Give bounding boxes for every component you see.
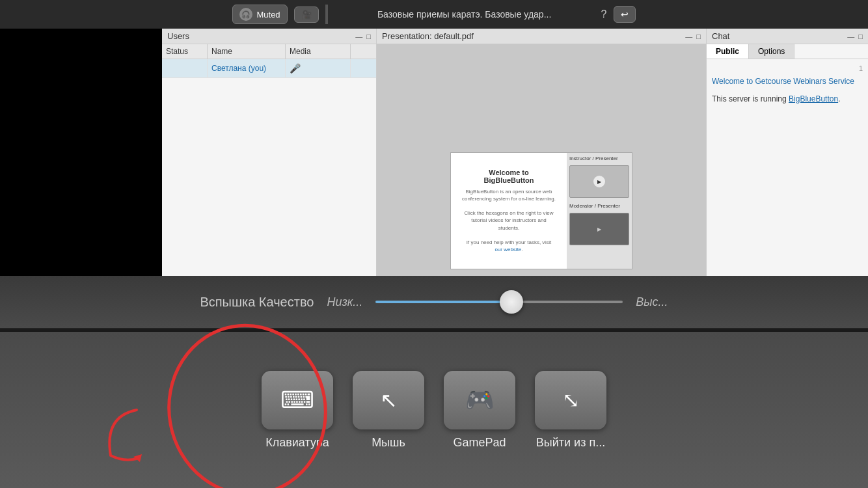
exit-button[interactable]: ↩ (614, 6, 636, 23)
chat-title: Chat (712, 31, 729, 41)
chat-tabs: Public Options (707, 44, 868, 59)
chat-panel: Chat — □ Public Options 1 Welcome to Get… (706, 29, 868, 276)
keyboard-icon: ⌨ (262, 371, 333, 429)
quality-low-label: Низк... (327, 295, 362, 309)
slide-thumbnails: Instructor / Presenter ▶ Moderator / Pre… (567, 153, 632, 269)
keyboard-button[interactable]: ⌨ Клавиатура (262, 371, 333, 450)
mouse-label: Мышь (372, 436, 405, 450)
headphone-icon: 🎧 (239, 8, 252, 21)
divider (325, 5, 328, 24)
welcome-message: Welcome to Getcourse Webinars Service (712, 76, 863, 87)
thumb-label-2: Moderator / Presenter (569, 203, 629, 209)
slide-body: BigBlueButton is an open source webconfe… (462, 188, 556, 254)
gamepad-label: GamePad (453, 436, 506, 450)
left-black-area (0, 0, 162, 276)
media-col-header: Media (286, 44, 351, 59)
play-icon: ▶ (593, 176, 605, 187)
message-count: 1 (712, 64, 863, 72)
microphone-icon: 🎤 (290, 63, 301, 74)
users-panel-controls: — □ (355, 33, 371, 40)
quality-label: Вспышка Качество (200, 295, 314, 310)
quality-slider-thumb[interactable] (500, 290, 523, 314)
tab-options[interactable]: Options (749, 44, 794, 59)
users-panel-title: Users (167, 31, 189, 41)
presentation-content: Welcome toBigBlueButton BigBlueButton is… (377, 44, 706, 276)
thumb-text: ▶ (597, 226, 601, 232)
audio-button[interactable]: 🎧 Muted (232, 5, 287, 24)
mouse-icon: ↖ (353, 371, 424, 429)
exit-fullscreen-icon: ⤡ (535, 371, 606, 429)
users-title-bar: Users — □ (162, 29, 376, 44)
running-message: This server is running BigBlueButton. (712, 94, 863, 105)
presentation-title-bar: Presentation: default.pdf — □ (377, 29, 706, 44)
status-col-header: Status (162, 44, 208, 59)
running-text: This server is running (712, 94, 787, 103)
table-row: Светлана (you) 🎤 (162, 59, 376, 78)
presentation-panel: Presentation: default.pdf — □ Welcome to… (377, 29, 706, 276)
gamepad-button[interactable]: 🎮 GamePad (444, 371, 515, 450)
mouse-button[interactable]: ↖ Мышь (353, 371, 424, 450)
buttons-area: ⌨ Клавиатура ↖ Мышь 🎮 GamePad ⤡ Выйти из… (0, 332, 868, 488)
exit-fullscreen-label: Выйти из п... (536, 436, 605, 450)
chat-maximize[interactable]: □ (858, 33, 863, 40)
users-table-header: Status Name Media (162, 44, 376, 59)
chat-minimize[interactable]: — (847, 33, 854, 40)
camera-icon: 🎥 (301, 10, 312, 20)
quality-row: Вспышка Качество Низк... Выс... (0, 276, 868, 328)
status-cell (162, 59, 208, 77)
users-table: Status Name Media Светлана (you) 🎤 (162, 44, 376, 276)
link-suffix: . (838, 94, 840, 103)
exit-fullscreen-button[interactable]: ⤡ Выйти из п... (535, 371, 606, 450)
users-maximize[interactable]: □ (366, 33, 371, 40)
bigbluebutton-link[interactable]: BigBlueButton (789, 94, 838, 103)
users-panel: Users — □ Status Name Media Светлана (yo… (162, 29, 377, 276)
chat-controls: — □ (847, 33, 863, 40)
name-col-header: Name (208, 44, 286, 59)
top-bar: 🎧 Muted 🎥 Базовые приемы каратэ. Базовые… (0, 0, 868, 29)
slide-preview: Welcome toBigBlueButton BigBlueButton is… (450, 152, 632, 269)
chat-messages: 1 Welcome to Getcourse Webinars Service … (707, 59, 868, 276)
window-title: Базовые приемы каратэ. Базовые удар... (334, 9, 595, 20)
keyboard-label: Клавиатура (265, 436, 329, 450)
slide-thumb-2: ▶ (569, 213, 629, 245)
slide-thumb-1: ▶ (569, 165, 629, 198)
tab-public[interactable]: Public (707, 44, 749, 59)
help-button[interactable]: ? (601, 8, 607, 20)
media-cell: 🎤 (286, 59, 351, 77)
pres-minimize[interactable]: — (685, 33, 692, 40)
slide-title: Welcome toBigBlueButton (484, 169, 534, 184)
name-cell: Светлана (you) (208, 59, 286, 77)
section-divider (0, 328, 868, 329)
webinar-window: Users — □ Status Name Media Светлана (yo… (162, 29, 706, 276)
quality-high-label: Выс... (636, 295, 668, 309)
thumb-label-1: Instructor / Presenter (569, 156, 629, 161)
presentation-title: Presentation: default.pdf (382, 31, 474, 41)
gamepad-icon: 🎮 (444, 371, 515, 429)
chat-title-bar: Chat — □ (707, 29, 868, 44)
audio-label: Muted (256, 10, 280, 20)
quality-slider-track[interactable] (375, 301, 623, 303)
users-minimize[interactable]: — (355, 33, 362, 40)
video-button[interactable]: 🎥 (294, 7, 319, 23)
pres-maximize[interactable]: □ (696, 33, 701, 40)
presentation-controls: — □ (685, 33, 701, 40)
